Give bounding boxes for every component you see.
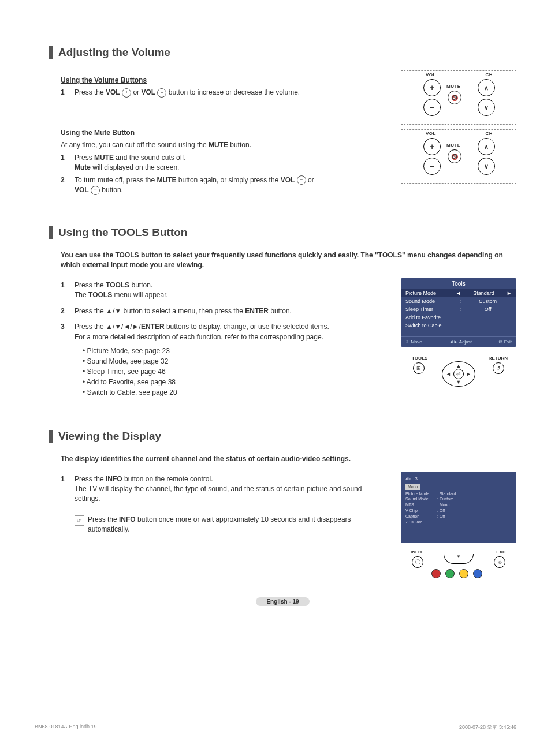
step-number: 2 bbox=[61, 175, 75, 196]
label-ch: CH bbox=[485, 131, 493, 136]
plus-icon: + bbox=[297, 175, 306, 185]
minus-icon: − bbox=[91, 186, 100, 195]
enter-button[interactable]: ⏎ bbox=[453, 369, 464, 379]
step-number: 1 bbox=[61, 280, 75, 301]
mono-badge: Mono bbox=[405, 484, 420, 490]
label-return: RETURN bbox=[489, 355, 508, 361]
remote-diagram-volume: VOL CH MUTE + − ∧ ∨ 🔇 bbox=[401, 70, 516, 125]
vol-minus-button[interactable]: − bbox=[423, 99, 441, 116]
page-number: English - 19 bbox=[49, 598, 516, 605]
label-vol: VOL bbox=[426, 131, 436, 136]
subheading-mute-button: Using the Mute Button bbox=[61, 129, 389, 137]
section-adjusting-volume: Adjusting the Volume bbox=[49, 46, 516, 59]
step-text: To turn mute off, press the MUTE button … bbox=[75, 175, 389, 196]
step-text: Press the ▲/▼ button to select a menu, t… bbox=[75, 306, 389, 316]
tools-bullets: • Picture Mode, see page 23 • Sound Mode… bbox=[83, 346, 389, 398]
mute-intro: At any time, you can cut off the sound u… bbox=[61, 140, 389, 150]
ch-down-button[interactable]: ∨ bbox=[478, 158, 495, 175]
return-button[interactable]: ↺ bbox=[493, 362, 504, 374]
label-vol: VOL bbox=[426, 72, 436, 77]
mute-button[interactable]: 🔇 bbox=[448, 149, 461, 163]
ch-up-button[interactable]: ∧ bbox=[478, 138, 495, 155]
red-button[interactable] bbox=[431, 569, 441, 578]
subheading-volume-buttons: Using the Volume Buttons bbox=[61, 76, 389, 84]
green-button[interactable] bbox=[445, 569, 455, 578]
info-note: ☞ Press the INFO button once more or wai… bbox=[75, 515, 389, 535]
section-tools-button: Using the TOOLS Button bbox=[49, 226, 516, 239]
label-tools: TOOLS bbox=[412, 355, 427, 361]
yellow-button[interactable] bbox=[459, 569, 468, 578]
vol-plus-button[interactable]: + bbox=[423, 79, 441, 96]
step-text: Press the ▲/▼/◄/►/ENTER buttons to displ… bbox=[75, 322, 389, 342]
info-osd: Air 3 Mono Picture Mode: Standard Sound … bbox=[401, 472, 516, 544]
dpad[interactable]: ▲ ▼ ◄ ► ⏎ bbox=[442, 361, 475, 387]
tools-menu-title: Tools bbox=[401, 278, 516, 289]
step-text: Press the TOOLS button. The TOOLS menu w… bbox=[75, 280, 389, 301]
remote-diagram-mute: VOL CH MUTE + − ∧ ∨ 🔇 bbox=[401, 129, 516, 184]
plus-icon: + bbox=[122, 88, 131, 98]
print-footer: BN68-01814A-Eng.indb 19 2008-07-28 오후 3:… bbox=[0, 721, 551, 737]
display-intro: The display identifies the current chann… bbox=[61, 454, 505, 464]
minus-icon: − bbox=[157, 88, 166, 98]
tools-intro: You can use the TOOLS button to select y… bbox=[61, 250, 505, 270]
step-text: Press MUTE and the sound cuts off. Mute … bbox=[75, 153, 389, 173]
tools-button[interactable]: ⊞ bbox=[413, 362, 425, 374]
label-ch: CH bbox=[485, 72, 493, 77]
vol-minus-button[interactable]: − bbox=[423, 158, 441, 175]
step-text: Press the VOL + or VOL − button to incre… bbox=[75, 88, 389, 98]
label-info: INFO bbox=[411, 549, 422, 555]
tools-menu-row: Switch to Cable bbox=[401, 321, 516, 336]
remote-diagram-info: INFO EXIT ⓘ ⎋ ▼ bbox=[401, 548, 516, 581]
label-mute: MUTE bbox=[446, 84, 461, 89]
step-number: 1 bbox=[61, 153, 75, 173]
label-mute: MUTE bbox=[446, 143, 461, 148]
section-viewing-display: Viewing the Display bbox=[49, 430, 516, 443]
step-text: Press the INFO button on the remote cont… bbox=[75, 474, 389, 504]
step-number: 2 bbox=[61, 306, 75, 316]
label-exit: EXIT bbox=[496, 549, 507, 555]
step-number: 3 bbox=[61, 322, 75, 342]
exit-button[interactable]: ⎋ bbox=[494, 556, 505, 568]
step-number: 1 bbox=[61, 88, 75, 98]
tools-menu-row-selected: Picture Mode ◄ Standard ► bbox=[401, 289, 516, 297]
remote-diagram-nav: TOOLS RETURN ⊞ ↺ ▲ ▼ ◄ ► ⏎ bbox=[401, 353, 516, 395]
ch-up-button[interactable]: ∧ bbox=[478, 79, 495, 96]
tools-menu-footer: ⇕ Move ◄► Adjust ↺ Exit bbox=[401, 336, 516, 347]
info-button[interactable]: ⓘ bbox=[412, 556, 423, 568]
mute-button[interactable]: 🔇 bbox=[448, 91, 461, 104]
note-icon: ☞ bbox=[75, 515, 84, 526]
down-arc: ▼ bbox=[444, 554, 474, 564]
blue-button[interactable] bbox=[473, 569, 482, 578]
tools-menu-row: Sound Mode:Custom bbox=[401, 297, 516, 305]
step-number: 1 bbox=[61, 474, 75, 504]
ch-down-button[interactable]: ∨ bbox=[478, 99, 495, 116]
vol-plus-button[interactable]: + bbox=[423, 138, 441, 155]
tools-osd-menu: Tools Picture Mode ◄ Standard ► Sound Mo… bbox=[401, 278, 516, 347]
tools-menu-row: Sleep Timer:Off bbox=[401, 305, 516, 313]
tools-menu-row: Add to Favorite bbox=[401, 313, 516, 321]
